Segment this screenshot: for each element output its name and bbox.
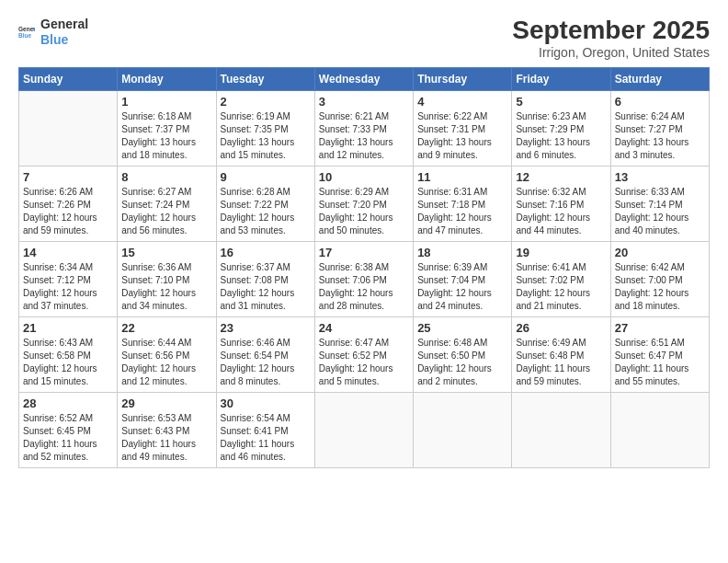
logo: General Blue General Blue — [18, 17, 88, 48]
cell-date: 15 — [121, 246, 211, 259]
calendar-cell — [512, 392, 610, 467]
cell-info: Sunrise: 6:21 AM Sunset: 7:33 PM Dayligh… — [319, 110, 409, 162]
header: General Blue General Blue September 2025… — [18, 17, 710, 60]
cell-info: Sunrise: 6:38 AM Sunset: 7:06 PM Dayligh… — [319, 261, 409, 313]
calendar-cell: 9Sunrise: 6:28 AM Sunset: 7:22 PM Daylig… — [216, 166, 314, 241]
cell-info: Sunrise: 6:26 AM Sunset: 7:26 PM Dayligh… — [23, 186, 113, 237]
calendar-cell: 2Sunrise: 6:19 AM Sunset: 7:35 PM Daylig… — [216, 90, 314, 166]
cell-info: Sunrise: 6:49 AM Sunset: 6:48 PM Dayligh… — [516, 337, 606, 388]
calendar-cell: 30Sunrise: 6:54 AM Sunset: 6:41 PM Dayli… — [216, 392, 314, 467]
cell-info: Sunrise: 6:34 AM Sunset: 7:12 PM Dayligh… — [23, 261, 113, 313]
calendar-cell: 24Sunrise: 6:47 AM Sunset: 6:52 PM Dayli… — [314, 316, 413, 392]
calendar-cell: 19Sunrise: 6:41 AM Sunset: 7:02 PM Dayli… — [512, 241, 610, 316]
calendar-cell: 27Sunrise: 6:51 AM Sunset: 6:47 PM Dayli… — [610, 316, 709, 392]
cell-info: Sunrise: 6:51 AM Sunset: 6:47 PM Dayligh… — [615, 337, 705, 388]
logo-blue: Blue — [40, 32, 88, 48]
cell-info: Sunrise: 6:23 AM Sunset: 7:29 PM Dayligh… — [516, 110, 606, 162]
calendar-cell — [610, 392, 709, 467]
calendar-cell: 17Sunrise: 6:38 AM Sunset: 7:06 PM Dayli… — [314, 241, 413, 316]
calendar-cell: 26Sunrise: 6:49 AM Sunset: 6:48 PM Dayli… — [512, 316, 610, 392]
cell-info: Sunrise: 6:54 AM Sunset: 6:41 PM Dayligh… — [221, 412, 311, 464]
calendar-cell: 10Sunrise: 6:29 AM Sunset: 7:20 PM Dayli… — [314, 166, 413, 241]
calendar-cell: 12Sunrise: 6:32 AM Sunset: 7:16 PM Dayli… — [512, 166, 610, 241]
cell-info: Sunrise: 6:52 AM Sunset: 6:45 PM Dayligh… — [23, 412, 113, 464]
cell-info: Sunrise: 6:42 AM Sunset: 7:00 PM Dayligh… — [615, 261, 705, 313]
header-day-monday: Monday — [118, 67, 216, 90]
cell-date: 13 — [615, 170, 705, 184]
cell-info: Sunrise: 6:29 AM Sunset: 7:20 PM Dayligh… — [319, 186, 409, 237]
cell-date: 23 — [221, 321, 311, 335]
cell-info: Sunrise: 6:28 AM Sunset: 7:22 PM Dayligh… — [221, 186, 311, 237]
cell-info: Sunrise: 6:22 AM Sunset: 7:31 PM Dayligh… — [417, 110, 507, 162]
cell-date: 12 — [516, 170, 606, 184]
cell-date: 7 — [23, 170, 113, 184]
cell-date: 5 — [516, 95, 606, 109]
cell-info: Sunrise: 6:32 AM Sunset: 7:16 PM Dayligh… — [516, 186, 606, 237]
cell-date: 11 — [417, 170, 507, 184]
calendar-header: SundayMondayTuesdayWednesdayThursdayFrid… — [19, 67, 710, 90]
cell-date: 22 — [121, 321, 211, 335]
cell-date: 10 — [319, 170, 409, 184]
cell-info: Sunrise: 6:46 AM Sunset: 6:54 PM Dayligh… — [221, 337, 311, 388]
calendar-cell: 23Sunrise: 6:46 AM Sunset: 6:54 PM Dayli… — [216, 316, 314, 392]
cell-info: Sunrise: 6:43 AM Sunset: 6:58 PM Dayligh… — [23, 337, 113, 388]
week-row-0: 1Sunrise: 6:18 AM Sunset: 7:37 PM Daylig… — [19, 90, 710, 166]
week-row-4: 28Sunrise: 6:52 AM Sunset: 6:45 PM Dayli… — [19, 392, 710, 467]
header-day-wednesday: Wednesday — [314, 67, 413, 90]
svg-text:Blue: Blue — [18, 31, 31, 38]
calendar-cell: 13Sunrise: 6:33 AM Sunset: 7:14 PM Dayli… — [610, 166, 709, 241]
header-day-friday: Friday — [512, 67, 610, 90]
cell-date: 2 — [221, 95, 311, 109]
page-title: September 2025 — [512, 17, 710, 45]
week-row-3: 21Sunrise: 6:43 AM Sunset: 6:58 PM Dayli… — [19, 316, 710, 392]
calendar-cell: 7Sunrise: 6:26 AM Sunset: 7:26 PM Daylig… — [19, 166, 118, 241]
svg-text:General: General — [18, 26, 35, 32]
calendar-cell: 20Sunrise: 6:42 AM Sunset: 7:00 PM Dayli… — [610, 241, 709, 316]
cell-date: 29 — [121, 396, 211, 410]
page: General Blue General Blue September 2025… — [0, 0, 728, 563]
cell-date: 20 — [615, 246, 705, 259]
cell-info: Sunrise: 6:53 AM Sunset: 6:43 PM Dayligh… — [121, 412, 211, 464]
cell-info: Sunrise: 6:19 AM Sunset: 7:35 PM Dayligh… — [221, 110, 311, 162]
header-day-tuesday: Tuesday — [216, 67, 314, 90]
calendar-cell — [414, 392, 512, 467]
cell-info: Sunrise: 6:48 AM Sunset: 6:50 PM Dayligh… — [417, 337, 507, 388]
cell-date: 21 — [23, 321, 113, 335]
calendar-body: 1Sunrise: 6:18 AM Sunset: 7:37 PM Daylig… — [19, 90, 710, 467]
calendar-cell: 22Sunrise: 6:44 AM Sunset: 6:56 PM Dayli… — [118, 316, 216, 392]
cell-date: 14 — [23, 246, 113, 259]
week-row-1: 7Sunrise: 6:26 AM Sunset: 7:26 PM Daylig… — [19, 166, 710, 241]
page-subtitle: Irrigon, Oregon, United States — [512, 45, 710, 60]
cell-date: 9 — [221, 170, 311, 184]
cell-info: Sunrise: 6:47 AM Sunset: 6:52 PM Dayligh… — [319, 337, 409, 388]
cell-info: Sunrise: 6:39 AM Sunset: 7:04 PM Dayligh… — [417, 261, 507, 313]
calendar-cell: 29Sunrise: 6:53 AM Sunset: 6:43 PM Dayli… — [118, 392, 216, 467]
cell-info: Sunrise: 6:37 AM Sunset: 7:08 PM Dayligh… — [221, 261, 311, 313]
cell-date: 1 — [121, 95, 211, 109]
calendar-cell: 1Sunrise: 6:18 AM Sunset: 7:37 PM Daylig… — [118, 90, 216, 166]
title-block: September 2025 Irrigon, Oregon, United S… — [512, 17, 710, 60]
cell-date: 16 — [221, 246, 311, 259]
header-day-sunday: Sunday — [19, 67, 118, 90]
calendar-cell: 16Sunrise: 6:37 AM Sunset: 7:08 PM Dayli… — [216, 241, 314, 316]
cell-date: 4 — [417, 95, 507, 109]
cell-date: 8 — [121, 170, 211, 184]
header-day-saturday: Saturday — [610, 67, 709, 90]
cell-date: 19 — [516, 246, 606, 259]
calendar-cell: 4Sunrise: 6:22 AM Sunset: 7:31 PM Daylig… — [414, 90, 512, 166]
cell-info: Sunrise: 6:33 AM Sunset: 7:14 PM Dayligh… — [615, 186, 705, 237]
cell-date: 18 — [417, 246, 507, 259]
header-day-thursday: Thursday — [414, 67, 512, 90]
week-row-2: 14Sunrise: 6:34 AM Sunset: 7:12 PM Dayli… — [19, 241, 710, 316]
cell-info: Sunrise: 6:41 AM Sunset: 7:02 PM Dayligh… — [516, 261, 606, 313]
cell-date: 3 — [319, 95, 409, 109]
calendar-table: SundayMondayTuesdayWednesdayThursdayFrid… — [18, 67, 710, 468]
calendar-cell: 25Sunrise: 6:48 AM Sunset: 6:50 PM Dayli… — [414, 316, 512, 392]
header-row: SundayMondayTuesdayWednesdayThursdayFrid… — [19, 67, 710, 90]
cell-date: 28 — [23, 396, 113, 410]
calendar-cell: 8Sunrise: 6:27 AM Sunset: 7:24 PM Daylig… — [118, 166, 216, 241]
calendar-cell: 5Sunrise: 6:23 AM Sunset: 7:29 PM Daylig… — [512, 90, 610, 166]
cell-date: 24 — [319, 321, 409, 335]
calendar-cell: 14Sunrise: 6:34 AM Sunset: 7:12 PM Dayli… — [19, 241, 118, 316]
cell-date: 26 — [516, 321, 606, 335]
